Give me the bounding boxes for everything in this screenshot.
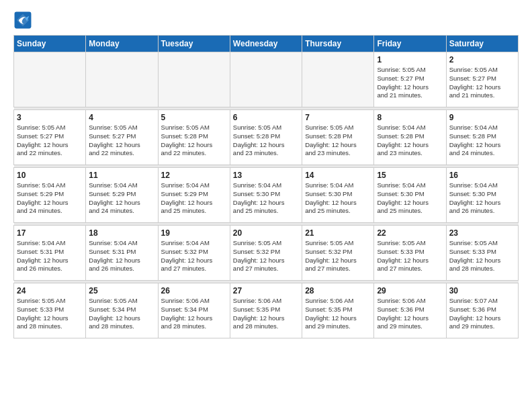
day-info: Sunrise: 5:04 AM Sunset: 5:29 PM Dayligh… xyxy=(17,181,83,216)
calendar-cell xyxy=(86,52,158,107)
calendar-cell: 3Sunrise: 5:05 AM Sunset: 5:27 PM Daylig… xyxy=(14,110,86,165)
day-info: Sunrise: 5:04 AM Sunset: 5:29 PM Dayligh… xyxy=(161,181,227,216)
day-number: 23 xyxy=(449,228,515,238)
calendar-cell: 16Sunrise: 5:04 AM Sunset: 5:30 PM Dayli… xyxy=(446,168,518,223)
calendar-cell xyxy=(230,52,302,107)
calendar-cell xyxy=(302,52,374,107)
day-number: 4 xyxy=(89,113,154,122)
calendar-cell: 30Sunrise: 5:07 AM Sunset: 5:36 PM Dayli… xyxy=(446,283,518,338)
day-info: Sunrise: 5:04 AM Sunset: 5:28 PM Dayligh… xyxy=(449,124,515,158)
weekday-header: Friday xyxy=(374,36,446,52)
calendar-cell: 7Sunrise: 5:05 AM Sunset: 5:28 PM Daylig… xyxy=(302,110,374,165)
calendar-week-row: 17Sunrise: 5:04 AM Sunset: 5:31 PM Dayli… xyxy=(14,226,519,281)
day-info: Sunrise: 5:04 AM Sunset: 5:29 PM Dayligh… xyxy=(89,181,154,216)
day-number: 30 xyxy=(449,286,515,295)
day-number: 7 xyxy=(305,113,371,122)
calendar-cell: 25Sunrise: 5:05 AM Sunset: 5:34 PM Dayli… xyxy=(86,283,158,338)
page: SundayMondayTuesdayWednesdayThursdayFrid… xyxy=(0,0,532,411)
weekday-header: Monday xyxy=(86,36,158,52)
day-info: Sunrise: 5:04 AM Sunset: 5:31 PM Dayligh… xyxy=(17,239,83,273)
calendar-cell: 17Sunrise: 5:04 AM Sunset: 5:31 PM Dayli… xyxy=(14,226,86,281)
calendar-cell: 18Sunrise: 5:04 AM Sunset: 5:31 PM Dayli… xyxy=(86,226,158,281)
day-info: Sunrise: 5:05 AM Sunset: 5:27 PM Dayligh… xyxy=(89,124,154,158)
day-number: 5 xyxy=(161,113,227,122)
day-number: 9 xyxy=(449,113,515,122)
day-info: Sunrise: 5:06 AM Sunset: 5:35 PM Dayligh… xyxy=(233,297,299,331)
day-number: 20 xyxy=(233,228,299,238)
day-number: 14 xyxy=(305,171,371,180)
day-info: Sunrise: 5:04 AM Sunset: 5:31 PM Dayligh… xyxy=(89,239,154,273)
calendar-cell: 12Sunrise: 5:04 AM Sunset: 5:29 PM Dayli… xyxy=(158,168,230,223)
day-number: 28 xyxy=(305,286,371,295)
day-info: Sunrise: 5:05 AM Sunset: 5:32 PM Dayligh… xyxy=(233,239,299,273)
day-number: 29 xyxy=(377,286,443,295)
calendar-week-row: 1Sunrise: 5:05 AM Sunset: 5:27 PM Daylig… xyxy=(14,52,519,107)
day-info: Sunrise: 5:05 AM Sunset: 5:28 PM Dayligh… xyxy=(161,124,227,158)
weekday-header: Saturday xyxy=(446,36,518,52)
calendar-cell: 6Sunrise: 5:05 AM Sunset: 5:28 PM Daylig… xyxy=(230,110,302,165)
day-info: Sunrise: 5:04 AM Sunset: 5:30 PM Dayligh… xyxy=(305,181,371,216)
day-info: Sunrise: 5:05 AM Sunset: 5:27 PM Dayligh… xyxy=(17,124,83,158)
calendar-cell: 9Sunrise: 5:04 AM Sunset: 5:28 PM Daylig… xyxy=(446,110,518,165)
calendar-week-row: 3Sunrise: 5:05 AM Sunset: 5:27 PM Daylig… xyxy=(14,110,519,165)
weekday-header: Wednesday xyxy=(230,36,302,52)
calendar-cell: 15Sunrise: 5:04 AM Sunset: 5:30 PM Dayli… xyxy=(374,168,446,223)
day-info: Sunrise: 5:05 AM Sunset: 5:28 PM Dayligh… xyxy=(233,124,299,158)
day-number: 25 xyxy=(89,286,154,295)
day-number: 10 xyxy=(17,171,83,180)
day-number: 26 xyxy=(161,286,227,295)
day-number: 11 xyxy=(89,171,154,180)
day-info: Sunrise: 5:05 AM Sunset: 5:27 PM Dayligh… xyxy=(449,66,515,100)
calendar-cell: 29Sunrise: 5:06 AM Sunset: 5:36 PM Dayli… xyxy=(374,283,446,338)
day-number: 19 xyxy=(161,228,227,238)
calendar-cell: 24Sunrise: 5:05 AM Sunset: 5:33 PM Dayli… xyxy=(14,283,86,338)
calendar-table: SundayMondayTuesdayWednesdayThursdayFrid… xyxy=(13,35,519,338)
day-number: 15 xyxy=(377,171,443,180)
calendar-header-row: SundayMondayTuesdayWednesdayThursdayFrid… xyxy=(14,36,519,52)
calendar-cell: 13Sunrise: 5:04 AM Sunset: 5:30 PM Dayli… xyxy=(230,168,302,223)
calendar-cell: 10Sunrise: 5:04 AM Sunset: 5:29 PM Dayli… xyxy=(14,168,86,223)
calendar-cell: 26Sunrise: 5:06 AM Sunset: 5:34 PM Dayli… xyxy=(158,283,230,338)
calendar-cell xyxy=(158,52,230,107)
day-info: Sunrise: 5:04 AM Sunset: 5:30 PM Dayligh… xyxy=(233,181,299,216)
day-number: 27 xyxy=(233,286,299,295)
calendar-cell: 8Sunrise: 5:04 AM Sunset: 5:28 PM Daylig… xyxy=(374,110,446,165)
day-info: Sunrise: 5:04 AM Sunset: 5:30 PM Dayligh… xyxy=(377,181,443,216)
day-number: 22 xyxy=(377,228,443,238)
weekday-header: Thursday xyxy=(302,36,374,52)
logo-icon xyxy=(13,11,32,30)
calendar-cell: 4Sunrise: 5:05 AM Sunset: 5:27 PM Daylig… xyxy=(86,110,158,165)
day-info: Sunrise: 5:05 AM Sunset: 5:32 PM Dayligh… xyxy=(305,239,371,273)
day-info: Sunrise: 5:05 AM Sunset: 5:27 PM Dayligh… xyxy=(377,66,443,100)
day-info: Sunrise: 5:05 AM Sunset: 5:33 PM Dayligh… xyxy=(377,239,443,273)
logo xyxy=(13,11,35,30)
day-number: 12 xyxy=(161,171,227,180)
calendar-cell: 14Sunrise: 5:04 AM Sunset: 5:30 PM Dayli… xyxy=(302,168,374,223)
day-info: Sunrise: 5:07 AM Sunset: 5:36 PM Dayligh… xyxy=(449,297,515,331)
day-info: Sunrise: 5:04 AM Sunset: 5:32 PM Dayligh… xyxy=(161,239,227,273)
calendar-cell: 23Sunrise: 5:05 AM Sunset: 5:33 PM Dayli… xyxy=(446,226,518,281)
header xyxy=(13,11,519,30)
calendar-cell: 21Sunrise: 5:05 AM Sunset: 5:32 PM Dayli… xyxy=(302,226,374,281)
day-number: 1 xyxy=(377,55,443,64)
calendar-cell: 2Sunrise: 5:05 AM Sunset: 5:27 PM Daylig… xyxy=(446,52,518,107)
day-info: Sunrise: 5:05 AM Sunset: 5:28 PM Dayligh… xyxy=(305,124,371,158)
day-number: 24 xyxy=(17,286,83,295)
day-number: 8 xyxy=(377,113,443,122)
day-number: 17 xyxy=(17,228,83,238)
weekday-header: Sunday xyxy=(14,36,86,52)
day-info: Sunrise: 5:06 AM Sunset: 5:35 PM Dayligh… xyxy=(305,297,371,331)
day-info: Sunrise: 5:04 AM Sunset: 5:30 PM Dayligh… xyxy=(449,181,515,216)
day-number: 21 xyxy=(305,228,371,238)
day-number: 16 xyxy=(449,171,515,180)
calendar-cell: 1Sunrise: 5:05 AM Sunset: 5:27 PM Daylig… xyxy=(374,52,446,107)
day-info: Sunrise: 5:05 AM Sunset: 5:33 PM Dayligh… xyxy=(449,239,515,273)
day-info: Sunrise: 5:05 AM Sunset: 5:34 PM Dayligh… xyxy=(89,297,154,331)
calendar-week-row: 24Sunrise: 5:05 AM Sunset: 5:33 PM Dayli… xyxy=(14,283,519,338)
calendar-cell xyxy=(14,52,86,107)
calendar-cell: 11Sunrise: 5:04 AM Sunset: 5:29 PM Dayli… xyxy=(86,168,158,223)
day-info: Sunrise: 5:04 AM Sunset: 5:28 PM Dayligh… xyxy=(377,124,443,158)
calendar-cell: 22Sunrise: 5:05 AM Sunset: 5:33 PM Dayli… xyxy=(374,226,446,281)
calendar-cell: 28Sunrise: 5:06 AM Sunset: 5:35 PM Dayli… xyxy=(302,283,374,338)
calendar-cell: 27Sunrise: 5:06 AM Sunset: 5:35 PM Dayli… xyxy=(230,283,302,338)
